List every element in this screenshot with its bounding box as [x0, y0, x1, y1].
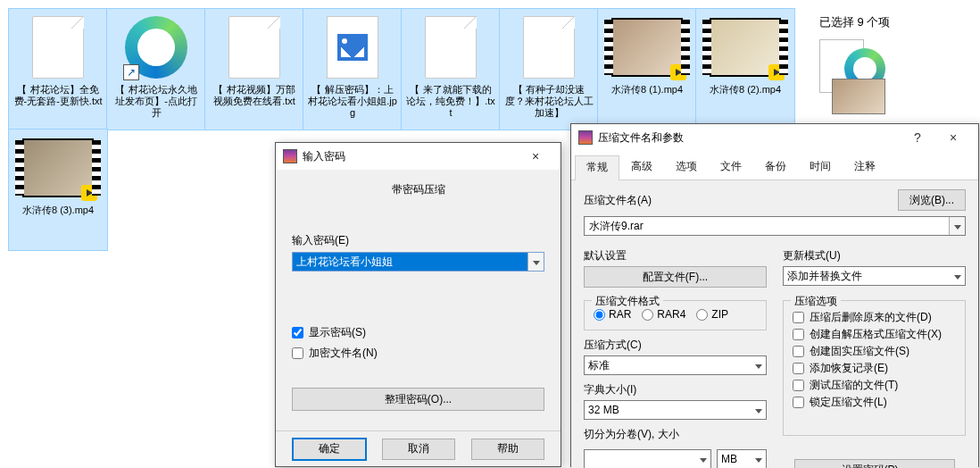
option-checkbox-0[interactable] — [793, 312, 804, 323]
option-checkbox-1[interactable] — [793, 329, 804, 340]
dialog-titlebar[interactable]: 压缩文件名和参数 ? × — [571, 124, 978, 151]
archive-name-combo[interactable]: 水浒传9.rar — [584, 216, 966, 236]
format-rar4-radio[interactable]: RAR4 — [642, 308, 685, 321]
split-size-combo[interactable] — [584, 449, 711, 468]
video-thumbnail-icon — [611, 13, 683, 82]
video-thumbnail-icon — [22, 133, 94, 203]
file-label: 水浒传8 (3).mp4 — [22, 205, 94, 216]
chevron-down-icon — [755, 359, 762, 372]
image-icon — [317, 13, 388, 82]
compression-options-group: 压缩选项 压缩后删除原来的文件(D)创建自解压格式压缩文件(X)创建固实压缩文件… — [783, 300, 966, 436]
file-label: 水浒传8 (1).mp4 — [611, 84, 683, 96]
option-label: 锁定压缩文件(L) — [810, 395, 887, 410]
tab-4[interactable]: 备份 — [753, 155, 798, 180]
tab-3[interactable]: 文件 — [709, 155, 753, 180]
document-icon — [415, 13, 486, 82]
chevron-down-icon — [755, 404, 762, 416]
set-password-button[interactable]: 设置密码(P)... — [794, 459, 955, 468]
password-label: 输入密码(E) — [292, 233, 544, 248]
file-item[interactable]: 【 村花视频】万部视频免费在线看.txt — [205, 9, 303, 130]
archive-name-value[interactable]: 水浒传9.rar — [585, 217, 949, 235]
file-label: 【 村花论坛】全免费-无套路-更新快.txt — [12, 84, 104, 107]
ok-button[interactable]: 确定 — [293, 439, 366, 460]
split-volume-label: 切分为分卷(V), 大小 — [584, 427, 767, 442]
password-combo[interactable] — [292, 252, 544, 272]
file-label: 【 村花论坛永久地址发布页】-点此打开 — [111, 84, 202, 119]
show-password-label: 显示密码(S) — [309, 325, 366, 340]
chevron-down-icon — [700, 453, 707, 465]
show-password-checkbox[interactable] — [292, 327, 303, 338]
option-label: 添加恢复记录(E) — [810, 361, 888, 376]
rar-icon — [283, 149, 297, 163]
format-rar-radio[interactable]: RAR — [594, 308, 631, 321]
option-label: 测试压缩的文件(T) — [810, 378, 898, 393]
file-item[interactable]: 【 来了就能下载的论坛，纯免费！】.txt — [402, 9, 500, 130]
archive-format-group: 压缩文件格式 RAR RAR4 ZIP — [584, 300, 767, 330]
cancel-button[interactable]: 取消 — [382, 439, 455, 460]
file-item[interactable]: 水浒传8 (3).mp4 — [9, 130, 107, 250]
rar-icon — [578, 130, 593, 145]
archive-format-label: 压缩文件格式 — [592, 294, 663, 309]
tab-5[interactable]: 时间 — [798, 155, 843, 180]
file-item[interactable]: 【 有种子却没速度？来村花论坛人工加速】 — [500, 9, 598, 130]
chevron-down-icon — [755, 453, 762, 465]
update-mode-label: 更新模式(U) — [783, 248, 966, 263]
dialog-title: 压缩文件名和参数 — [598, 130, 900, 146]
option-label: 压缩后删除原来的文件(D) — [810, 310, 932, 325]
update-mode-select[interactable]: 添加并替换文件 — [783, 266, 966, 286]
encrypt-filenames-label: 加密文件名(N) — [309, 346, 378, 361]
option-checkbox-3[interactable] — [793, 363, 804, 374]
compression-options-label: 压缩选项 — [791, 294, 841, 309]
browse-button[interactable]: 浏览(B)... — [898, 189, 966, 211]
document-icon — [219, 13, 290, 82]
file-item[interactable]: 水浒传8 (2).mp4 — [696, 9, 794, 130]
compression-method-select[interactable]: 标准 — [584, 355, 767, 375]
file-label: 【 来了就能下载的论坛，纯免费！】.txt — [405, 84, 496, 119]
format-zip-radio[interactable]: ZIP — [696, 308, 728, 321]
help-button[interactable]: 帮助 — [471, 439, 544, 460]
tab-6[interactable]: 注释 — [843, 155, 887, 180]
enter-password-dialog: 输入密码 × 带密码压缩 输入密码(E) 显示密码(S) 加密文件名(N) 整理… — [275, 142, 561, 467]
tabs: 常规高级选项文件备份时间注释 — [571, 151, 978, 180]
chevron-down-icon — [954, 270, 961, 282]
option-label: 创建固实压缩文件(S) — [810, 344, 909, 359]
organize-passwords-button[interactable]: 整理密码(O)... — [292, 388, 544, 411]
split-unit-select[interactable]: MB — [717, 449, 767, 468]
close-icon[interactable]: × — [518, 143, 553, 170]
help-icon[interactable]: ? — [900, 124, 935, 151]
option-label: 创建自解压格式压缩文件(X) — [810, 327, 942, 342]
tab-2[interactable]: 选项 — [664, 155, 709, 180]
option-checkbox-5[interactable] — [793, 397, 804, 408]
file-item[interactable]: 水浒传8 (1).mp4 — [598, 9, 696, 130]
dialog-title: 输入密码 — [303, 149, 518, 164]
archive-name-label: 压缩文件名(A) — [584, 193, 891, 208]
edge-browser-icon: ↗ — [120, 13, 192, 82]
document-icon — [22, 13, 94, 82]
chevron-down-icon[interactable] — [949, 217, 965, 235]
option-checkbox-4[interactable] — [793, 380, 804, 391]
dialog-subtitle: 带密码压缩 — [292, 182, 544, 197]
update-mode-value: 添加并替换文件 — [787, 269, 862, 284]
archive-params-dialog: 压缩文件名和参数 ? × 常规高级选项文件备份时间注释 压缩文件名(A) 浏览(… — [570, 123, 979, 467]
profiles-button[interactable]: 配置文件(F)... — [584, 266, 767, 288]
dictionary-size-label: 字典大小(I) — [584, 382, 767, 397]
file-item[interactable]: 【 村花论坛】全免费-无套路-更新快.txt — [9, 9, 107, 130]
tab-1[interactable]: 高级 — [619, 155, 664, 180]
password-input[interactable] — [293, 253, 527, 271]
selection-count: 已选择 9 个项 — [819, 14, 971, 30]
tab-0[interactable]: 常规 — [575, 155, 619, 180]
chevron-down-icon[interactable] — [527, 253, 544, 271]
file-label: 【 解压密码】：上村花论坛看小姐姐.jpg — [307, 84, 398, 119]
video-thumbnail-icon — [710, 13, 781, 82]
option-checkbox-2[interactable] — [793, 346, 804, 357]
encrypt-filenames-checkbox[interactable] — [292, 347, 303, 359]
dialog-titlebar[interactable]: 输入密码 × — [276, 143, 561, 170]
file-label: 【 村花视频】万部视频免费在线看.txt — [209, 84, 300, 107]
file-item[interactable]: ↗【 村花论坛永久地址发布页】-点此打开 — [107, 9, 205, 130]
file-label: 水浒传8 (2).mp4 — [710, 84, 781, 96]
selection-thumbnail-stack — [819, 39, 891, 111]
document-icon — [513, 13, 585, 82]
dictionary-size-select[interactable]: 32 MB — [584, 400, 767, 420]
file-item[interactable]: 【 解压密码】：上村花论坛看小姐姐.jpg — [303, 9, 402, 130]
close-icon[interactable]: × — [935, 124, 971, 151]
